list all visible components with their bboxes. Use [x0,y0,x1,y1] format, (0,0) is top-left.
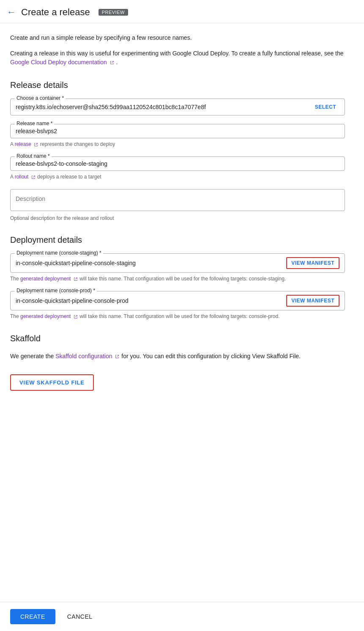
container-label: Choose a container * [15,95,66,101]
intro-line2-after: . [116,59,118,66]
deployment-details-section: Deployment details Deployment name (cons… [10,235,345,320]
cancel-button[interactable]: CANCEL [60,609,99,624]
rollout-name-value: release-bslvps2-to-console-staging [16,160,339,167]
skaffold-description: We generate the Skaffold configuration f… [10,352,345,361]
deployment-prod-field: Deployment name (console-prod) * in-cons… [10,291,345,310]
deployment-staging-helper: The generated deployment will take this … [10,275,345,283]
release-name-helper: A release represents the changes to depl… [10,141,345,148]
release-details-title: Release details [10,80,345,90]
rollout-link[interactable]: rollout [15,174,37,180]
rollout-ext-icon [31,175,36,180]
view-skaffold-file-button[interactable]: VIEW SKAFFOLD FILE [10,374,94,391]
main-content: Create and run a simple release by speci… [0,23,355,450]
deployment-prod-label: Deployment name (console-prod) * [15,288,97,294]
view-manifest-staging-button[interactable]: VIEW MANIFEST [286,257,339,269]
dep-prod-helper-after: will take this name. That configuration … [79,313,279,319]
preview-badge: PREVIEW [99,9,128,16]
release-helper-after: represents the changes to deploy [40,141,115,147]
skaffold-desc-after: for you. You can edit this configuration… [121,353,301,359]
select-button[interactable]: SELECT [312,102,339,112]
dep-prod-helper-before: The [10,313,20,319]
skaffold-section: Skaffold We generate the Skaffold config… [10,334,345,394]
skaffold-config-link-text: Skaffold configuration [55,353,112,359]
release-helper-before: A [10,141,15,147]
release-name-field[interactable]: Release name * release-bslvps2 [10,124,345,138]
generated-deployment-staging-link[interactable]: generated deployment [20,276,79,282]
intro-line2: Creating a release in this way is useful… [10,49,345,67]
deployment-staging-value: in-console-quickstart-pipeline-console-s… [16,260,283,266]
skaffold-title: Skaffold [10,334,345,343]
footer: CREATE CANCEL [0,602,364,631]
release-name-field-group: Release name * release-bslvps2 A release… [10,124,345,148]
intro-line2-before: Creating a release in this way is useful… [10,50,344,57]
container-field: Choose a container * registry.k8s.io/ech… [10,99,345,115]
description-field-group: Optional description for the release and… [10,189,345,222]
container-value: registry.k8s.io/echoserver@sha256:5d99aa… [16,104,308,110]
release-name-label: Release name * [15,121,54,126]
container-field-group: Choose a container * registry.k8s.io/ech… [10,99,345,115]
cloud-deploy-docs-link-text: Google Cloud Deploy documentation [10,59,107,66]
release-ext-icon [33,142,38,147]
page-header: ← Create a release PREVIEW [0,0,364,23]
rollout-name-field-group: Rollout name * release-bslvps2-to-consol… [10,156,345,181]
rollout-name-helper: A rollout deploys a release to a target [10,173,345,181]
cloud-deploy-docs-link[interactable]: Google Cloud Deploy documentation [10,59,116,66]
skaffold-ext-icon [115,354,120,359]
create-button[interactable]: CREATE [10,609,55,624]
external-link-icon [109,60,115,65]
rollout-name-label: Rollout name * [15,153,52,159]
release-link[interactable]: release [15,141,40,147]
deployment-staging-label: Deployment name (console-staging) * [15,250,103,256]
description-helper: Optional description for the release and… [10,215,345,222]
deployment-details-title: Deployment details [10,235,345,245]
generated-dep-staging-ext-icon [73,277,78,282]
deployment-prod-field-group: Deployment name (console-prod) * in-cons… [10,291,345,320]
deployment-staging-field: Deployment name (console-staging) * in-c… [10,253,345,273]
skaffold-desc-before: We generate the [10,353,55,359]
back-button[interactable]: ← [7,8,16,17]
deployment-staging-field-group: Deployment name (console-staging) * in-c… [10,253,345,283]
dep-staging-helper-before: The [10,276,20,282]
deployment-prod-value: in-console-quickstart-pipeline-console-p… [16,297,283,304]
rollout-helper-before: A [10,174,15,180]
intro-line1: Create and run a simple release by speci… [10,33,345,42]
page-title: Create a release [21,7,90,18]
rollout-link-text: rollout [15,174,29,180]
generated-deployment-staging-text: generated deployment [20,276,71,282]
rollout-name-field[interactable]: Rollout name * release-bslvps2-to-consol… [10,156,345,171]
back-icon: ← [7,7,16,17]
dep-staging-helper-after: will take this name. That configuration … [79,276,286,282]
skaffold-config-link[interactable]: Skaffold configuration [55,353,121,359]
generated-dep-prod-ext-icon [73,314,78,319]
deployment-prod-helper: The generated deployment will take this … [10,313,345,320]
description-input[interactable] [10,189,345,211]
release-link-text: release [15,141,31,147]
release-details-section: Release details Choose a container * reg… [10,80,345,222]
view-manifest-prod-button[interactable]: VIEW MANIFEST [286,295,339,307]
generated-deployment-prod-text: generated deployment [20,313,71,319]
rollout-helper-after: deploys a release to a target [37,174,101,180]
release-name-value: release-bslvps2 [16,128,339,134]
generated-deployment-prod-link[interactable]: generated deployment [20,313,79,319]
